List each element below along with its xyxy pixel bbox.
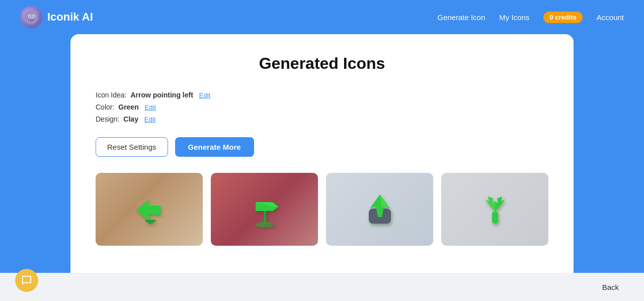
svg-marker-21 [485,197,495,212]
svg-rect-18 [492,212,498,224]
design-edit[interactable]: Edit [144,116,155,123]
svg-marker-20 [495,196,505,212]
design-value: Clay [123,115,138,123]
svg-marker-7 [136,199,160,221]
logo-text: Iconik AI [47,11,93,24]
icon-card-3[interactable] [326,173,433,246]
settings-section: Icon Idea: Arrow pointing left Edit Colo… [96,91,548,123]
color-edit[interactable]: Edit [145,104,156,111]
chat-icon [21,275,32,286]
icon-card-4[interactable] [441,173,548,246]
icon-idea-value: Arrow pointing left [130,91,193,99]
nav-generate-icon[interactable]: Generate Icon [437,13,485,22]
credits-badge[interactable]: 0 credits [543,12,582,23]
icon-idea-label: Icon Idea: [96,91,127,99]
svg-point-3 [29,16,31,17]
setting-design: Design: Clay Edit [96,115,548,123]
header: Iconik AI Generate Icon My Icons 0 credi… [0,0,644,34]
color-value: Green [118,103,138,111]
svg-rect-10 [148,222,153,224]
reset-settings-button[interactable]: Reset Settings [96,137,168,157]
design-label: Design: [96,115,119,123]
logo-icon [20,6,42,28]
icons-grid [96,173,548,246]
setting-icon-idea: Icon Idea: Arrow pointing left Edit [96,91,548,99]
nav-account[interactable]: Account [597,13,624,22]
logo-area: Iconik AI [20,6,93,28]
main-card: Generated Icons Icon Idea: Arrow pointin… [70,34,574,280]
generate-more-button[interactable]: Generate More [175,137,254,157]
icon-idea-edit[interactable]: Edit [199,91,210,99]
buttons-row: Reset Settings Generate More [96,137,548,157]
icon-card-1[interactable] [96,173,203,246]
svg-point-0 [24,10,38,24]
footer-bar: Back [0,273,644,301]
back-button[interactable]: Back [602,283,619,291]
nav: Generate Icon My Icons 0 credits Account [437,12,624,23]
svg-point-6 [30,18,34,20]
page-title: Generated Icons [96,54,548,73]
color-label: Color: [96,103,114,111]
chat-bubble-button[interactable] [15,269,38,292]
nav-my-icons[interactable]: My Icons [499,13,529,22]
setting-color: Color: Green Edit [96,103,548,111]
icon-card-2[interactable] [211,173,318,246]
svg-point-4 [33,16,35,17]
svg-point-14 [256,222,274,228]
